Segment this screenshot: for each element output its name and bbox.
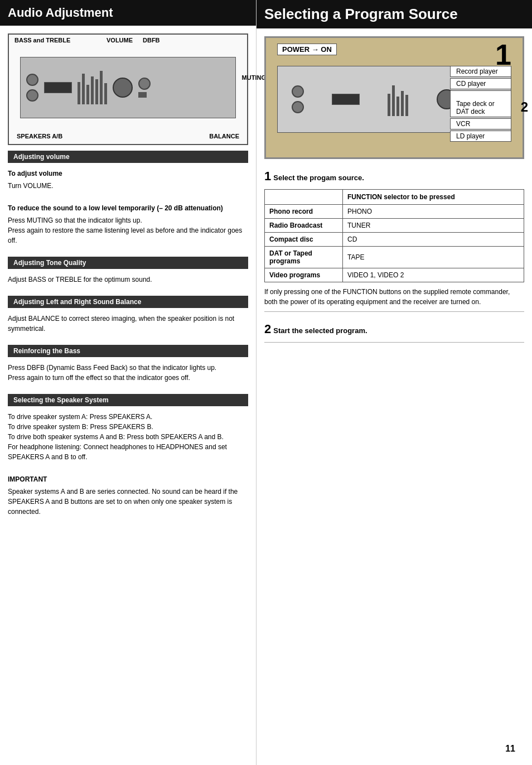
table-row: Compact disc CD bbox=[265, 233, 524, 247]
table-row: Phono record PHONO bbox=[265, 205, 524, 219]
slider-section bbox=[78, 71, 107, 104]
vol-item-1-text: Turn VOLUME. bbox=[8, 181, 248, 191]
source-item-tape: Tape deck or DAT deck bbox=[450, 90, 511, 117]
slider-3 bbox=[86, 85, 89, 104]
section-header-balance-text: Adjusting Left and Right Sound Balance bbox=[13, 298, 141, 306]
slider-2 bbox=[82, 74, 85, 104]
note-text: If only pressing one of the FUNCTION but… bbox=[264, 287, 524, 312]
bass-content: Press DBFB (Dynamic Bass Feed Back) so t… bbox=[0, 360, 256, 389]
speaker-content: To drive speaker system A: Press SPEAKER… bbox=[0, 410, 256, 523]
section-header-bass: Reinforcing the Bass bbox=[8, 345, 248, 357]
step2-divider bbox=[264, 342, 524, 343]
right-knob-group bbox=[138, 78, 151, 98]
knob-2 bbox=[26, 89, 38, 102]
table-cell-label-4: Video programs bbox=[265, 268, 343, 282]
table-col1-header bbox=[265, 190, 343, 205]
section-header-speaker: Selecting the Speaker System bbox=[8, 394, 248, 406]
balance-item-1-text: Adjust BALANCE to correct stereo imaging… bbox=[8, 314, 248, 334]
section-header-tone: Adjusting Tone Quality bbox=[8, 257, 248, 269]
volume-label: VOLUME bbox=[107, 37, 133, 44]
tone-item-1-text: Adjust BASS or TREBLE for the optimum so… bbox=[8, 275, 248, 285]
speakers-label: SPEAKERS A/B bbox=[17, 133, 62, 139]
right-title: Selecting a Program Source bbox=[257, 0, 532, 28]
table-cell-label-0: Phono record bbox=[265, 205, 343, 219]
source-list: Record player CD player Tape deck or DAT… bbox=[450, 66, 511, 142]
r-slider-5 bbox=[405, 95, 408, 116]
volume-knob bbox=[113, 78, 133, 98]
table-cell-label-3: DAT or Taped programs bbox=[265, 247, 343, 268]
right-title-text: Selecting a Program Source bbox=[264, 6, 458, 22]
device-diagram: BASS and TREBLE VOLUME DBFB bbox=[8, 33, 248, 145]
left-column: Audio Adjustment BASS and TREBLE VOLUME … bbox=[0, 0, 257, 765]
power-label: POWER → ON bbox=[277, 44, 337, 55]
table-cell-value-4: VIDEO 1, VIDEO 2 bbox=[343, 268, 524, 282]
slider-1 bbox=[78, 82, 80, 104]
knob-3 bbox=[138, 78, 151, 90]
step2-marker: 2 bbox=[521, 99, 528, 115]
slider-6 bbox=[100, 71, 103, 104]
balance-content: Adjust BALANCE to correct stereo imaging… bbox=[0, 311, 256, 340]
page-number: 11 bbox=[505, 744, 515, 754]
slider-4 bbox=[91, 76, 94, 104]
step1-number: 1 bbox=[264, 169, 271, 184]
source-item-ld-text: LD player bbox=[456, 132, 485, 140]
vol-item-2-bold: To reduce the sound to a low level tempo… bbox=[8, 203, 248, 213]
speaker-important-text: Speaker systems A and B are series conne… bbox=[8, 487, 248, 517]
knob-1 bbox=[26, 74, 38, 86]
speaker-important-bold: IMPORTANT bbox=[8, 474, 248, 484]
r-knob-2 bbox=[292, 101, 304, 113]
source-item-tape-text: Tape deck or DAT deck bbox=[456, 100, 495, 116]
r-slider-2 bbox=[392, 85, 395, 116]
vol-item-1-bold: To adjust volume bbox=[8, 169, 248, 179]
bass-item-1-text: Press DBFB (Dynamic Bass Feed Back) so t… bbox=[8, 363, 248, 383]
step1-label-row: 1 Select the progam source. bbox=[257, 165, 532, 186]
table-cell-value-2: CD bbox=[343, 233, 524, 247]
source-item-record-text: Record player bbox=[456, 68, 498, 75]
r-knob-group bbox=[292, 85, 304, 113]
source-item-cd-text: CD player bbox=[456, 80, 486, 88]
table-cell-value-0: PHONO bbox=[343, 205, 524, 219]
left-title-text: Audio Adjustment bbox=[8, 6, 113, 20]
indicator-rect bbox=[138, 92, 147, 98]
table-row: Video programs VIDEO 1, VIDEO 2 bbox=[265, 268, 524, 282]
balance-label: BALANCE bbox=[209, 133, 239, 139]
bottom-labels: SPEAKERS A/B BALANCE bbox=[17, 133, 239, 139]
table-row: DAT or Taped programs TAPE bbox=[265, 247, 524, 268]
r-sliders bbox=[388, 83, 408, 116]
source-item-record: Record player bbox=[450, 66, 511, 77]
function-table: FUNCTION selector to be pressed Phono re… bbox=[264, 189, 524, 282]
step1-text: Select the progam source. bbox=[273, 174, 364, 182]
section-header-speaker-text: Selecting the Speaker System bbox=[13, 396, 109, 404]
tone-content: Adjust BASS or TREBLE for the optimum so… bbox=[0, 272, 256, 291]
device-body: MUTING bbox=[20, 57, 236, 118]
source-item-vcr-text: VCR bbox=[456, 120, 470, 128]
bass-treble-label: BASS and TREBLE bbox=[14, 37, 70, 44]
left-knob-group bbox=[26, 74, 38, 102]
table-cell-value-1: TUNER bbox=[343, 219, 524, 233]
section-header-volume-text: Adjusting volume bbox=[13, 153, 70, 161]
step2-number: 2 bbox=[264, 322, 271, 336]
section-header-balance: Adjusting Left and Right Sound Balance bbox=[8, 296, 248, 308]
table-cell-label-1: Radio Broadcast bbox=[265, 219, 343, 233]
speaker-item-1-text: To drive speaker system A: Press SPEAKER… bbox=[8, 412, 248, 462]
slider-5 bbox=[95, 79, 98, 104]
dbfb-label: DBFB bbox=[143, 37, 160, 44]
display-rect bbox=[44, 82, 72, 93]
r-slider-3 bbox=[396, 97, 399, 116]
source-item-ld: LD player bbox=[450, 131, 511, 142]
table-cell-label-2: Compact disc bbox=[265, 233, 343, 247]
section-header-volume: Adjusting volume bbox=[8, 151, 248, 163]
left-title: Audio Adjustment bbox=[0, 0, 256, 26]
table-cell-value-3: TAPE bbox=[343, 247, 524, 268]
r-slider-4 bbox=[401, 91, 404, 116]
section-header-bass-text: Reinforcing the Bass bbox=[13, 347, 80, 355]
slider-7 bbox=[104, 83, 107, 104]
step2-label-row: 2 Start the selected program. bbox=[257, 316, 532, 339]
table-col2-header: FUNCTION selector to be pressed bbox=[343, 190, 524, 205]
section-header-tone-text: Adjusting Tone Quality bbox=[13, 259, 86, 267]
r-display bbox=[332, 94, 360, 105]
r-knob-1 bbox=[292, 85, 304, 98]
right-column: Selecting a Program Source POWER → ON 1 bbox=[257, 0, 532, 765]
step2-text: Start the selected program. bbox=[273, 326, 367, 335]
table-row: Radio Broadcast TUNER bbox=[265, 219, 524, 233]
